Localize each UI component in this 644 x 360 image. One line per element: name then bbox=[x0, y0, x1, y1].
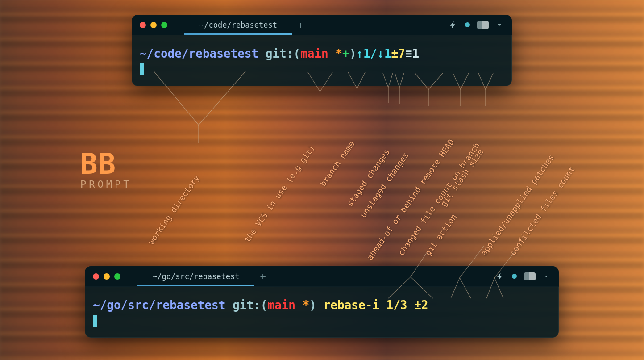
titlebar-right bbox=[496, 266, 550, 286]
chevron-down-icon[interactable] bbox=[496, 21, 503, 29]
logo-subtitle: PROMPT bbox=[80, 179, 132, 190]
prompt-git-action: rebase-i bbox=[324, 298, 379, 312]
minimize-icon[interactable] bbox=[104, 273, 110, 280]
cursor-icon bbox=[140, 63, 144, 75]
new-tab-button[interactable]: + bbox=[260, 271, 266, 282]
split-pane-icon[interactable] bbox=[477, 21, 489, 29]
tab-title: ~/code/rebasetest bbox=[199, 21, 277, 29]
label-branch: branch name bbox=[318, 139, 357, 188]
prompt-staged-marker: * bbox=[303, 298, 310, 312]
prompt-staged-marker: * bbox=[335, 47, 342, 60]
zoom-icon[interactable] bbox=[114, 273, 120, 280]
titlebar: ~/go/src/rebasetest + bbox=[85, 266, 559, 287]
prompt-vcs: git: bbox=[266, 47, 294, 60]
close-icon[interactable] bbox=[93, 273, 99, 280]
logo-title: BB bbox=[80, 147, 132, 180]
split-pane-icon[interactable] bbox=[524, 272, 536, 280]
traffic-lights bbox=[140, 22, 167, 28]
prompt-patches: 1/3 bbox=[386, 298, 407, 312]
zoom-icon[interactable] bbox=[161, 22, 167, 28]
terminal-body[interactable]: ~/code/rebasetest git:(main *+)↑1/↓1±7≡1 bbox=[132, 35, 512, 86]
prompt-branch: main bbox=[267, 298, 295, 312]
terminal-window-top: ~/code/rebasetest + ~/code/rebasetest gi… bbox=[132, 15, 512, 86]
terminal-body[interactable]: ~/go/src/rebasetest git:(main *) rebase-… bbox=[85, 287, 559, 338]
bolt-icon[interactable] bbox=[449, 21, 458, 29]
prompt-path: ~/go/src/rebasetest bbox=[93, 298, 225, 312]
tab-active[interactable]: ~/go/src/rebasetest bbox=[137, 266, 254, 286]
titlebar-right bbox=[449, 15, 503, 35]
status-dot-icon bbox=[512, 274, 517, 279]
cursor-icon bbox=[93, 315, 97, 327]
tab-title: ~/go/src/rebasetest bbox=[153, 272, 239, 281]
label-working-directory: working directory bbox=[146, 173, 201, 246]
prompt-stash: ≡1 bbox=[405, 47, 419, 60]
traffic-lights bbox=[93, 273, 120, 280]
paren-open: ( bbox=[293, 47, 300, 60]
prompt-changed-files: ±7 bbox=[391, 47, 405, 60]
paren-close: ) bbox=[349, 47, 357, 60]
logo: BB PROMPT bbox=[80, 147, 132, 190]
titlebar: ~/code/rebasetest + bbox=[132, 15, 512, 35]
prompt-branch: main bbox=[300, 47, 328, 60]
label-vcs: the VCS in use (e.g git) bbox=[242, 143, 316, 244]
chevron-down-icon[interactable] bbox=[543, 273, 550, 280]
terminal-window-bottom: ~/go/src/rebasetest + ~/go/src/rebasetes… bbox=[85, 266, 559, 338]
prompt-conflicts: ±2 bbox=[414, 298, 428, 312]
minimize-icon[interactable] bbox=[150, 22, 157, 28]
status-dot-icon bbox=[465, 22, 470, 27]
tab-active[interactable]: ~/code/rebasetest bbox=[184, 15, 292, 35]
prompt-vcs: git: bbox=[233, 298, 261, 312]
paren-open: ( bbox=[261, 298, 268, 312]
paren-close: ) bbox=[309, 298, 316, 312]
prompt-ahead-behind: ↑1/↓1 bbox=[356, 47, 391, 60]
prompt-unstaged-marker: + bbox=[342, 47, 349, 60]
bolt-icon[interactable] bbox=[496, 272, 505, 281]
close-icon[interactable] bbox=[140, 22, 146, 28]
prompt-path: ~/code/rebasetest bbox=[140, 47, 258, 60]
new-tab-button[interactable]: + bbox=[298, 19, 303, 30]
